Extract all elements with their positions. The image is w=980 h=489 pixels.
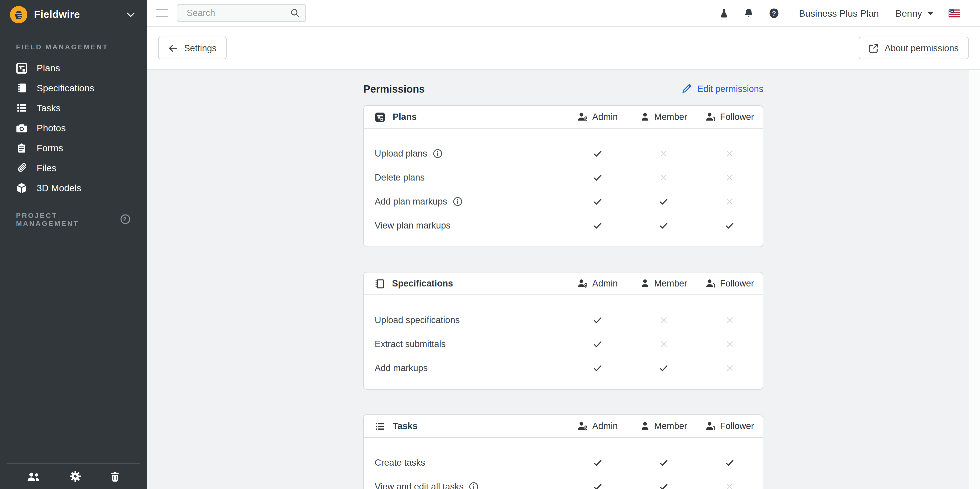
back-to-settings-button[interactable]: Settings xyxy=(158,37,227,59)
permission-cell xyxy=(631,149,697,157)
project-switcher[interactable]: Fieldwire xyxy=(0,0,147,29)
sidebar-item-specifications[interactable]: Specifications xyxy=(0,78,147,98)
arrow-left-icon xyxy=(168,43,178,53)
plan-badge[interactable]: Business Plus Plan xyxy=(799,8,879,18)
permission-denied-icon xyxy=(725,149,734,157)
brand-name: Fieldwire xyxy=(34,9,80,21)
member-role-icon xyxy=(640,278,650,289)
permission-cell xyxy=(565,172,631,182)
permission-label: Add plan markups xyxy=(364,196,565,206)
permission-text: Add plan markups xyxy=(375,196,447,206)
permission-row: Delete plans xyxy=(364,165,763,189)
admin-role-icon xyxy=(578,421,588,431)
card-title-text: Tasks xyxy=(393,421,418,431)
search-box xyxy=(177,4,306,22)
user-name: Benny xyxy=(896,8,922,18)
permission-granted-icon xyxy=(659,220,669,230)
permission-row: View and edit all tasks xyxy=(364,474,763,489)
permission-cell xyxy=(631,316,697,324)
specifications-card-icon xyxy=(375,278,385,289)
permission-granted-icon xyxy=(659,457,669,467)
specifications-icon xyxy=(16,83,27,93)
info-icon[interactable] xyxy=(453,196,463,206)
page-title: Permissions xyxy=(363,83,425,95)
permission-denied-icon xyxy=(725,340,734,348)
info-icon[interactable] xyxy=(433,148,443,158)
permission-denied-icon xyxy=(725,482,734,489)
card-title-text: Plans xyxy=(393,112,417,122)
permission-cell xyxy=(565,220,631,230)
sidebar-item-files[interactable]: Files xyxy=(0,158,147,178)
permission-granted-icon xyxy=(593,481,603,489)
search-input[interactable] xyxy=(185,7,290,19)
info-icon[interactable] xyxy=(469,481,479,489)
about-permissions-button[interactable]: About permissions xyxy=(859,37,969,59)
role-label: Member xyxy=(654,112,687,122)
pencil-icon xyxy=(681,84,691,94)
sidebar-item-plans[interactable]: Plans xyxy=(0,58,147,78)
card-body: Create tasksView and edit all tasks xyxy=(364,438,763,489)
permission-text: Extract submittals xyxy=(375,339,445,349)
section-help-icon[interactable]: ? xyxy=(120,214,130,224)
follower-role-icon xyxy=(705,421,716,431)
permission-denied-icon xyxy=(659,340,668,348)
user-menu[interactable]: Benny xyxy=(896,8,933,18)
back-button-label: Settings xyxy=(184,43,217,53)
role-label: Follower xyxy=(720,112,754,122)
permission-text: Delete plans xyxy=(375,172,425,182)
permission-cell xyxy=(631,481,697,489)
people-icon[interactable] xyxy=(27,472,41,481)
permission-granted-icon xyxy=(593,220,603,230)
permission-cell xyxy=(565,339,631,349)
sidebar-item-3d-models[interactable]: 3D Models xyxy=(0,178,147,198)
permission-text: Add markups xyxy=(375,363,428,373)
role-label: Member xyxy=(654,278,687,289)
sidebar-section-label: PROJECT MANAGEMENT? xyxy=(16,211,130,227)
permission-row: Extract submittals xyxy=(364,332,763,356)
sidebar-item-tasks[interactable]: Tasks xyxy=(0,98,147,118)
role-column-admin: Admin xyxy=(565,421,631,431)
permission-cell xyxy=(697,364,763,372)
sidebar-item-forms[interactable]: Forms xyxy=(0,138,147,158)
permission-cell xyxy=(697,197,763,206)
scrollbar-gutter[interactable] xyxy=(969,70,980,489)
sidebar-item-label: Tasks xyxy=(37,103,60,113)
permission-label: Extract submittals xyxy=(364,339,565,349)
tasks-icon xyxy=(16,103,27,113)
sidebar-item-photos[interactable]: Photos xyxy=(0,118,147,138)
plans-card-icon xyxy=(375,111,385,122)
role-column-follower: Follower xyxy=(697,112,763,122)
trash-icon[interactable] xyxy=(110,471,120,482)
caret-down-icon xyxy=(928,11,933,15)
about-button-label: About permissions xyxy=(885,43,959,53)
role-column-member: Member xyxy=(631,112,697,122)
role-column-follower: Follower xyxy=(697,278,763,289)
help-icon[interactable]: ? xyxy=(769,8,780,18)
clipboard-icon xyxy=(16,143,27,153)
camera-icon xyxy=(16,123,27,133)
permission-text: Upload plans xyxy=(375,148,427,158)
page-header: Settings About permissions xyxy=(147,27,980,70)
language-flag-us-icon[interactable] xyxy=(949,9,960,17)
permission-label: Upload plans xyxy=(364,148,565,158)
permission-denied-icon xyxy=(659,316,668,324)
permission-text: View plan markups xyxy=(375,220,451,230)
hamburger-menu-icon[interactable] xyxy=(156,9,168,17)
chevron-down-icon[interactable] xyxy=(125,9,137,21)
topbar-right: ? Business Plus Plan Benny xyxy=(720,8,960,18)
follower-role-icon xyxy=(705,278,716,289)
permission-label: Create tasks xyxy=(364,457,565,467)
sidebar-section-items: PlansSpecificationsTasksPhotosFormsFiles… xyxy=(0,58,147,198)
search-icon[interactable] xyxy=(290,8,300,18)
permission-cell xyxy=(697,316,763,324)
sidebar-section-text: PROJECT MANAGEMENT xyxy=(16,211,114,227)
labs-flask-icon[interactable] xyxy=(720,8,729,18)
gear-icon[interactable] xyxy=(69,470,81,482)
role-column-admin: Admin xyxy=(565,112,631,122)
edit-permissions-link[interactable]: Edit permissions xyxy=(681,84,763,94)
permission-granted-icon xyxy=(659,363,669,373)
role-column-admin: Admin xyxy=(565,278,631,289)
sidebar-item-label: Photos xyxy=(37,122,66,133)
notifications-bell-icon[interactable] xyxy=(744,8,754,18)
permission-label: View and edit all tasks xyxy=(364,481,565,489)
